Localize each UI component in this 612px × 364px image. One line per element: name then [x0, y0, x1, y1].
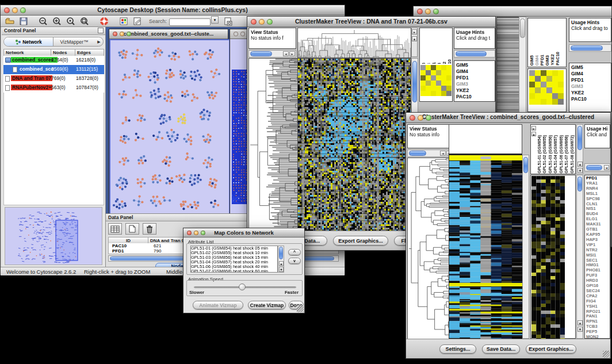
matrix-cell[interactable] — [529, 99, 535, 105]
gene-label[interactable]: YRA1 — [586, 181, 609, 186]
matrix-cell[interactable] — [431, 70, 436, 75]
comb-gene-list[interactable]: PFD1YRA1RNR4MSL1SPC98CLN1NIS1BUD4ELG1MAK… — [584, 175, 610, 339]
move-up-button[interactable]: ^ — [288, 249, 301, 255]
dna-hints-scrollbar[interactable] — [454, 50, 495, 58]
gene-label[interactable]: ELG1 — [586, 217, 609, 222]
matrix-cell[interactable] — [535, 70, 541, 76]
matrix-cell[interactable] — [535, 76, 541, 82]
matrix-cell[interactable] — [436, 81, 441, 86]
matrix-cell[interactable] — [552, 93, 558, 99]
network-row[interactable]: DNA and Tran 07769(0)183728(0) — [3, 74, 104, 83]
dna-dendro-scroll[interactable] — [411, 28, 418, 57]
close-button[interactable] — [251, 19, 257, 25]
gene-label[interactable]: GTB1 — [586, 227, 609, 232]
scroll-left-icon[interactable] — [440, 151, 446, 156]
scroll-down-icon[interactable] — [577, 327, 583, 332]
matrix-cell[interactable] — [541, 70, 546, 76]
matrix-cell[interactable] — [558, 87, 564, 93]
save-data-button[interactable]: Save Data... — [482, 344, 520, 354]
network-row[interactable]: combined_scores_2764(0)16218(0) — [3, 56, 104, 65]
gene-label[interactable]: SEC24 — [586, 289, 609, 294]
matrix-cell[interactable] — [552, 70, 558, 76]
gene-label[interactable]: RNR4 — [586, 186, 609, 191]
scrollbar-thumb[interactable] — [520, 18, 525, 38]
gene-label[interactable]: RPN1 — [586, 319, 609, 324]
save-icon[interactable] — [18, 16, 29, 26]
matrix-cell[interactable] — [558, 99, 564, 105]
correlation-matrix[interactable] — [420, 65, 452, 96]
matrix-cell[interactable] — [558, 76, 564, 82]
matrix-cell[interactable] — [529, 93, 535, 99]
network-view-titlebar[interactable]: combined_scores_good.txt--cluste... — [109, 29, 228, 39]
minimize-button[interactable] — [418, 115, 423, 121]
gene-label[interactable]: KAP95 — [586, 232, 609, 237]
zoom-button[interactable] — [426, 115, 431, 121]
zoom-button[interactable] — [127, 32, 131, 36]
scroll-up-icon[interactable] — [412, 36, 417, 41]
scrollbar-thumb[interactable] — [523, 157, 528, 173]
zoom-button[interactable] — [433, 9, 439, 14]
scroll-left-icon[interactable] — [604, 165, 609, 170]
matrix-cell[interactable] — [529, 70, 535, 76]
gene-label[interactable]: HAP3 — [586, 237, 609, 243]
matrix-cell[interactable] — [431, 91, 436, 96]
attribute-list[interactable]: GPL51-01 (GSM854) heat shock 05 minGPL51… — [190, 246, 278, 273]
close-button[interactable] — [187, 231, 192, 235]
annotation-icon[interactable] — [132, 16, 143, 26]
cytoscape-titlebar[interactable]: Cytoscape Desktop (Session Name: collins… — [1, 5, 345, 16]
gene-label[interactable]: PUF3 — [586, 273, 609, 278]
matrix-cell[interactable] — [529, 87, 535, 93]
matrix-cell[interactable] — [436, 65, 441, 70]
matrix-cell[interactable] — [426, 75, 431, 81]
matrix-cell[interactable] — [446, 75, 452, 81]
close-button[interactable] — [410, 115, 415, 121]
help-lifering-icon[interactable] — [98, 16, 110, 26]
matrix-cell[interactable] — [420, 75, 426, 81]
matrix-cell[interactable] — [446, 65, 452, 70]
scrollbar-thumb[interactable] — [250, 51, 272, 56]
comb-hints-scrollbar[interactable] — [584, 163, 610, 171]
gene-label[interactable]: PFD1 — [586, 176, 609, 181]
zoom-selected-icon[interactable] — [65, 16, 76, 26]
open-file-icon[interactable] — [4, 16, 16, 26]
gene-label[interactable]: MON2 — [586, 335, 609, 339]
correlation-matrix[interactable] — [529, 70, 564, 105]
scrollbar-thumb[interactable] — [571, 45, 603, 51]
matrix-cell[interactable] — [446, 81, 452, 86]
scroll-up-icon[interactable] — [279, 261, 284, 266]
minimize-button[interactable] — [120, 32, 124, 36]
dna-heatmap-canvas[interactable] — [297, 58, 411, 232]
gene-label[interactable]: CPA2 — [586, 294, 609, 299]
matrix-cell[interactable] — [420, 70, 426, 75]
back-vertical-scrollbar[interactable] — [519, 17, 526, 113]
gene-label[interactable]: PEP5 — [586, 329, 609, 335]
tab-network[interactable]: Network — [4, 37, 53, 46]
matrix-cell[interactable] — [546, 93, 552, 99]
scrollbar-thumb[interactable] — [409, 151, 426, 156]
scrollbar-thumb[interactable] — [412, 61, 417, 102]
gene-label[interactable]: HMG1 — [586, 263, 609, 268]
comb-zoom-heatmap-canvas[interactable] — [531, 176, 565, 339]
matrix-cell[interactable] — [436, 70, 441, 75]
gene-label[interactable]: MSL1 — [586, 191, 609, 197]
matrix-cell[interactable] — [552, 76, 558, 82]
animate-vizmap-button[interactable]: Animate Vizmap — [193, 301, 243, 309]
attribute-list-item[interactable]: GPL51-07 (GSM868) heat shock 60 min — [191, 269, 277, 273]
matrix-cell[interactable] — [441, 91, 446, 96]
close-button[interactable] — [113, 32, 117, 36]
matrix-cell[interactable] — [541, 87, 546, 93]
scrollbar-thumb[interactable] — [577, 177, 582, 191]
matrix-cell[interactable] — [420, 65, 426, 70]
zoom-out-icon[interactable] — [37, 16, 49, 26]
scroll-up-icon[interactable] — [531, 132, 536, 136]
gene-label[interactable]: BUD4 — [586, 212, 609, 217]
gene-label[interactable]: NTR2 — [586, 248, 609, 253]
matrix-cell[interactable] — [552, 99, 558, 105]
comb-gene-scrollbar[interactable] — [576, 175, 583, 339]
dialog-titlebar[interactable]: Map Colors to Network — [183, 228, 304, 237]
gene-label[interactable]: YSH1 — [586, 304, 609, 309]
zoom-button[interactable] — [267, 19, 273, 25]
minimize-button[interactable] — [12, 7, 18, 13]
gene-label[interactable]: HRD3 — [586, 278, 609, 283]
search-dropdown-icon[interactable]: ▼ — [211, 16, 219, 24]
